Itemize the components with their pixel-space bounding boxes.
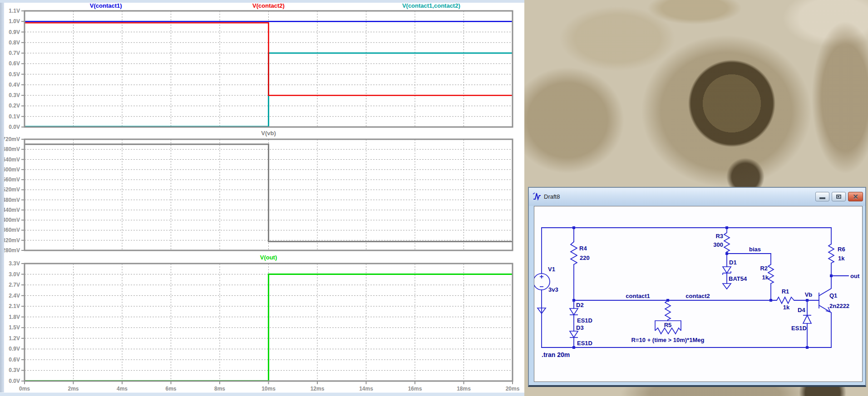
y-tick-label: 1.0V bbox=[9, 18, 20, 24]
net-label-contact1[interactable]: contact1 bbox=[626, 293, 650, 299]
component-R4[interactable]: R4 220 bbox=[571, 228, 590, 300]
label-D2: D2 bbox=[576, 302, 584, 308]
label-V1: V1 bbox=[548, 266, 555, 273]
x-tick-label: 4ms bbox=[117, 386, 128, 392]
window-titlebar[interactable]: Draft8 ✕ bbox=[529, 188, 865, 206]
trace-V(vb)[interactable] bbox=[25, 144, 513, 241]
x-tick-label: 10ms bbox=[261, 386, 276, 392]
label-Q1: Q1 bbox=[829, 292, 837, 299]
component-D4[interactable]: D4 ES1D bbox=[791, 300, 811, 347]
spice-directive[interactable]: .tran 20m bbox=[542, 351, 570, 358]
component-R5[interactable]: R5 R=10 + (time > 10m)*1Meg bbox=[631, 300, 705, 343]
y-tick-label: 1.5V bbox=[9, 324, 20, 331]
schematic-canvas[interactable]: V1 3v3 R4 220 bbox=[534, 206, 863, 382]
x-tick-label: 18ms bbox=[457, 386, 471, 392]
y-tick-label: 0.9V bbox=[9, 29, 20, 35]
value-D1: BAT54 bbox=[729, 275, 747, 282]
y-tick-label: 2.4V bbox=[9, 293, 20, 299]
trace-legend-label[interactable]: V(contact2) bbox=[252, 2, 285, 9]
trace-legend-label[interactable]: V(out) bbox=[260, 254, 277, 261]
minimize-icon bbox=[819, 197, 825, 199]
y-tick-label: 0.5V bbox=[9, 71, 20, 78]
y-tick-label: 0.4V bbox=[9, 82, 20, 88]
y-tick-label: 3.0V bbox=[9, 271, 20, 278]
x-tick-label: 16ms bbox=[408, 386, 422, 392]
y-tick-label: 2.7V bbox=[9, 282, 20, 288]
window-edge-bottom bbox=[0, 392, 524, 396]
label-R6: R6 bbox=[838, 246, 845, 253]
close-button[interactable]: ✕ bbox=[848, 192, 863, 201]
window-edge-left bbox=[0, 0, 4, 396]
y-tick-label: 360mV bbox=[2, 227, 20, 233]
label-R3: R3 bbox=[715, 233, 723, 240]
value-R3: 300 bbox=[713, 241, 723, 248]
label-R2: R2 bbox=[760, 265, 768, 272]
y-tick-label: 520mV bbox=[2, 186, 20, 193]
trace-legend-label[interactable]: V(contact1,contact2) bbox=[402, 2, 460, 9]
x-tick-label: 2ms bbox=[68, 386, 79, 392]
close-icon: ✕ bbox=[848, 193, 863, 201]
value-R6: 1k bbox=[838, 255, 845, 262]
label-R1: R1 bbox=[782, 288, 789, 295]
restore-button[interactable] bbox=[832, 192, 846, 201]
net-label-bias[interactable]: bias bbox=[749, 246, 761, 253]
x-tick-label: 12ms bbox=[311, 386, 325, 392]
y-tick-label: 2.1V bbox=[9, 303, 20, 309]
value-R4: 220 bbox=[580, 254, 590, 261]
y-tick-label: 0.2V bbox=[9, 103, 20, 109]
trace-V(contact2)[interactable] bbox=[25, 23, 513, 95]
waveform-plot: 1.1V1.0V0.9V0.8V0.7V0.6V0.5V0.4V0.3V0.2V… bbox=[0, 0, 524, 396]
label-R4: R4 bbox=[579, 245, 587, 252]
window-title: Draft8 bbox=[544, 193, 560, 200]
y-tick-label: 0.3V bbox=[9, 92, 20, 98]
value-R5: R=10 + (time > 10m)*1Meg bbox=[631, 337, 705, 343]
y-tick-label: 0.3V bbox=[9, 367, 20, 373]
net-label-out[interactable]: out bbox=[850, 273, 860, 279]
y-tick-label: 1.1V bbox=[9, 8, 20, 14]
y-tick-label: 0.0V bbox=[9, 378, 20, 384]
ground-symbol-d1[interactable] bbox=[723, 284, 731, 289]
value-R1: 1k bbox=[783, 304, 790, 311]
value-V1: 3v3 bbox=[548, 286, 558, 293]
component-R2[interactable]: R2 1k bbox=[760, 254, 774, 300]
y-tick-label: 640mV bbox=[2, 156, 20, 163]
component-R6[interactable]: R6 1k bbox=[829, 228, 845, 276]
y-tick-label: 0.7V bbox=[9, 50, 20, 56]
titlebar-buttons: ✕ bbox=[815, 192, 863, 201]
y-tick-label: 0.1V bbox=[9, 113, 20, 120]
value-D3: ES1D bbox=[577, 340, 592, 347]
y-tick-label: 440mV bbox=[2, 207, 20, 213]
component-R3[interactable]: R3 300 bbox=[713, 228, 730, 254]
component-D1[interactable]: D1 BAT54 bbox=[723, 254, 747, 284]
y-tick-label: 720mV bbox=[2, 136, 20, 142]
minimize-button[interactable] bbox=[815, 192, 829, 201]
y-tick-label: 680mV bbox=[2, 146, 20, 152]
net-label-contact2[interactable]: contact2 bbox=[686, 293, 710, 299]
schematic-window: Draft8 ✕ bbox=[528, 187, 866, 387]
ltspice-icon bbox=[533, 192, 542, 201]
window-edge-top bbox=[0, 0, 524, 3]
net-label-vb[interactable]: Vb bbox=[805, 291, 813, 298]
component-Q1[interactable]: Q1 2n2222 bbox=[819, 276, 849, 347]
y-tick-label: 280mV bbox=[2, 247, 20, 254]
value-D2: ES1D bbox=[577, 317, 592, 324]
y-tick-label: 0.0V bbox=[9, 124, 20, 130]
component-D3[interactable]: D3 ES1D bbox=[570, 324, 592, 347]
trace-legend-label[interactable]: V(vb) bbox=[261, 130, 276, 137]
restore-icon bbox=[836, 195, 841, 199]
component-R1[interactable]: R1 1k bbox=[777, 288, 794, 311]
x-tick-label: 6ms bbox=[165, 386, 176, 392]
x-tick-label: 20ms bbox=[506, 386, 520, 392]
label-D1: D1 bbox=[729, 259, 737, 266]
y-tick-label: 0.6V bbox=[9, 60, 20, 67]
y-tick-label: 3.3V bbox=[9, 260, 20, 267]
x-tick-label: 8ms bbox=[214, 386, 225, 392]
y-tick-label: 480mV bbox=[2, 197, 20, 203]
y-tick-label: 0.8V bbox=[9, 39, 20, 46]
component-V1[interactable]: V1 3v3 bbox=[534, 228, 558, 347]
y-tick-label: 400mV bbox=[2, 217, 20, 223]
trace-legend-label[interactable]: V(contact1) bbox=[90, 2, 122, 9]
label-R5: R5 bbox=[664, 322, 672, 328]
y-tick-label: 320mV bbox=[2, 237, 20, 244]
y-tick-label: 0.6V bbox=[9, 357, 20, 363]
